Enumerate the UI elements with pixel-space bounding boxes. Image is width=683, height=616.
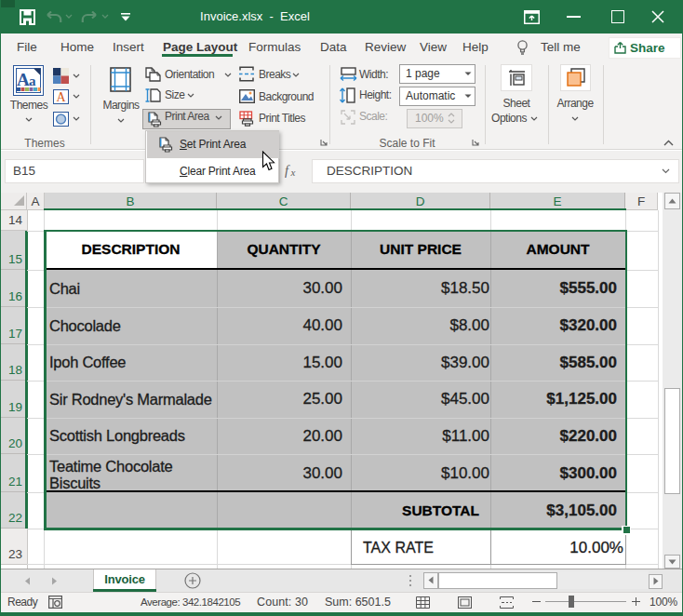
svg-text:a: a xyxy=(29,74,36,88)
svg-text:f: f xyxy=(285,164,290,178)
svg-text:A: A xyxy=(57,90,67,104)
svg-text:A: A xyxy=(17,70,30,89)
svg-text:x: x xyxy=(290,167,296,178)
